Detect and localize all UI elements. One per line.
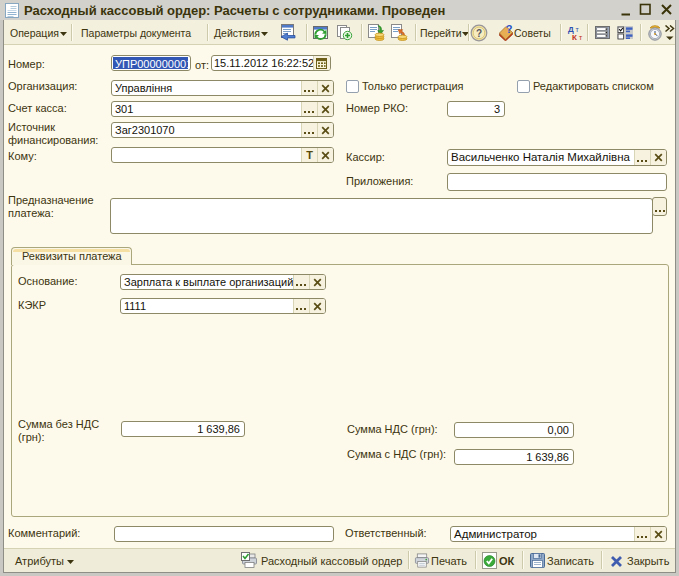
svg-text:?: ? <box>506 24 513 35</box>
svg-text:т: т <box>576 26 580 33</box>
svg-text:К: К <box>572 33 577 41</box>
svg-text:т: т <box>579 34 583 41</box>
svg-text:?: ? <box>476 28 482 39</box>
